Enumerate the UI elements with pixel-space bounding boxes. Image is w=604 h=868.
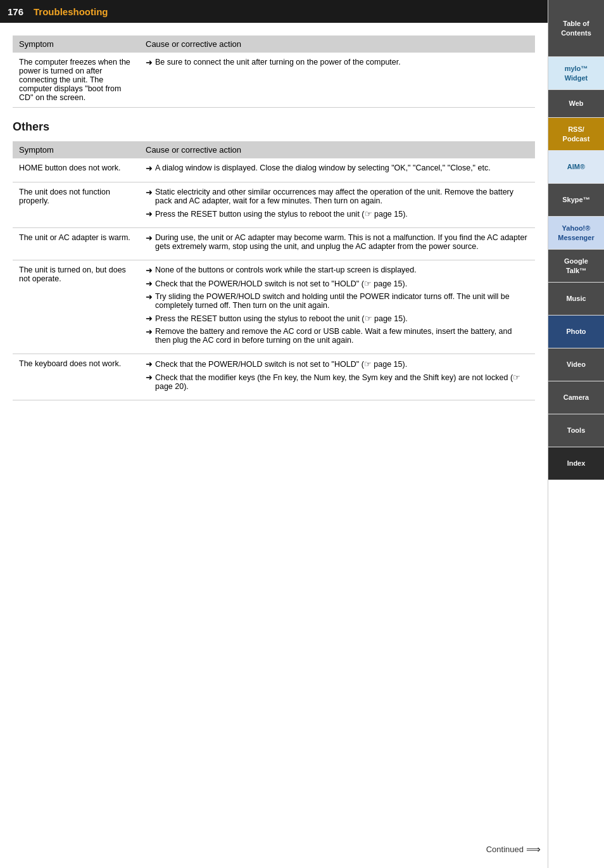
- sidebar-item-video[interactable]: Video: [548, 348, 604, 381]
- arrow-icon: ➜: [146, 279, 153, 288]
- sidebar-item-google[interactable]: GoogleTalk™: [548, 250, 604, 283]
- others-col1-header: Symptom: [13, 141, 139, 158]
- sidebar-item-web[interactable]: Web: [548, 90, 604, 118]
- arrow-icon: ➜: [146, 163, 153, 173]
- top-table-cause: ➜Be sure to connect the unit after turni…: [139, 53, 535, 108]
- sidebar-item-index[interactable]: Index: [548, 447, 604, 480]
- sidebar-item-mylo[interactable]: mylo™Widget: [548, 57, 604, 90]
- arrow-icon: ➜: [146, 209, 153, 219]
- others-cause-1: ➜Static electricity and other similar oc…: [139, 182, 535, 228]
- others-symptom-3: The unit is turned on, but does not oper…: [13, 260, 139, 354]
- others-cause-2: ➜During use, the unit or AC adapter may …: [139, 228, 535, 260]
- arrow-icon: ➜: [146, 265, 153, 275]
- others-symptom-1: The unit does not function properly.: [13, 182, 139, 228]
- others-heading: Others: [13, 120, 535, 134]
- arrow-icon: ➜: [146, 327, 153, 336]
- others-cause-0: ➜A dialog window is displayed. Close the…: [139, 158, 535, 182]
- others-col2-header: Cause or corrective action: [139, 141, 535, 158]
- sidebar-item-tools[interactable]: Tools: [548, 414, 604, 447]
- others-cause-4: ➜Check that the POWER/HOLD switch is not…: [139, 354, 535, 400]
- arrow-icon: ➜: [146, 373, 153, 382]
- sidebar-item-aim[interactable]: AIM®: [548, 151, 604, 184]
- page-header: 176 Troubleshooting: [0, 0, 604, 23]
- page-title: Troubleshooting: [34, 6, 108, 17]
- arrow-icon: ➜: [146, 314, 153, 323]
- top-table: Symptom Cause or corrective action The c…: [13, 35, 535, 108]
- continued-footer: Continued ⟹: [486, 843, 541, 855]
- sidebar-item-camera[interactable]: Camera: [548, 381, 604, 414]
- top-table-col1-header: Symptom: [13, 35, 139, 53]
- sidebar-item-yahoo[interactable]: Yahoo!®Messenger: [548, 217, 604, 250]
- sidebar-item-table-of-contents[interactable]: Table ofContents: [548, 0, 604, 57]
- main-content: Symptom Cause or corrective action The c…: [0, 23, 548, 426]
- sidebar-item-rss[interactable]: RSS/Podcast: [548, 118, 604, 151]
- others-table: Symptom Cause or corrective action HOME …: [13, 141, 535, 400]
- sidebar: Table ofContentsmylo™WidgetWebRSS/Podcas…: [548, 0, 604, 868]
- sidebar-item-music[interactable]: Music: [548, 283, 604, 316]
- sidebar-item-photo[interactable]: Photo: [548, 316, 604, 348]
- arrow-icon: ➜: [146, 359, 153, 369]
- others-symptom-4: The keyboard does not work.: [13, 354, 139, 400]
- arrow-icon: ➜: [146, 233, 153, 243]
- sidebar-item-skype[interactable]: Skype™: [548, 184, 604, 217]
- arrow-icon: ➜: [146, 188, 153, 197]
- top-table-col2-header: Cause or corrective action: [139, 35, 535, 53]
- page-number: 176: [8, 6, 23, 17]
- others-cause-3: ➜None of the buttons or controls work wh…: [139, 260, 535, 354]
- continued-text: Continued: [486, 845, 524, 854]
- continued-arrow-icon: ⟹: [526, 843, 541, 855]
- arrow-icon: ➜: [146, 292, 153, 302]
- top-table-symptom: The computer freezes when the power is t…: [13, 53, 139, 108]
- others-symptom-2: The unit or AC adapter is warm.: [13, 228, 139, 260]
- arrow-icon: ➜: [146, 58, 153, 67]
- others-symptom-0: HOME button does not work.: [13, 158, 139, 182]
